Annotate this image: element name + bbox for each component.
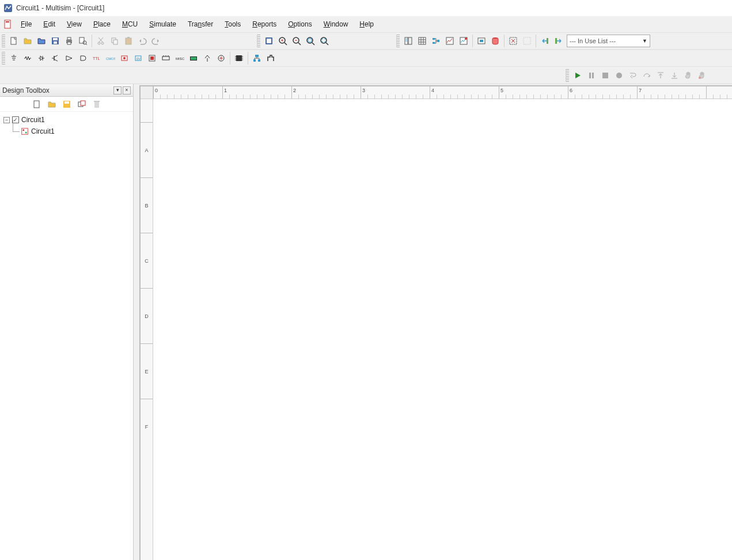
menu-file[interactable]: File bbox=[15, 18, 37, 31]
misc-digital-button[interactable]: CMOS bbox=[104, 51, 117, 65]
paste-button[interactable] bbox=[122, 34, 135, 48]
chevron-down-icon: ▼ bbox=[642, 38, 647, 44]
save-button[interactable] bbox=[48, 34, 62, 48]
power-button[interactable] bbox=[145, 51, 159, 65]
svg-text:MISC: MISC bbox=[176, 57, 184, 60]
new-page-button[interactable] bbox=[31, 98, 43, 111]
zoom-area-button[interactable] bbox=[262, 34, 276, 48]
mixed-button[interactable] bbox=[117, 51, 131, 65]
tree-root-row[interactable]: − ✓ Circuit1 bbox=[3, 114, 130, 126]
record-button[interactable] bbox=[612, 69, 626, 82]
open-file-button[interactable] bbox=[21, 34, 35, 48]
svg-rect-43 bbox=[433, 42, 435, 44]
step-into-button[interactable] bbox=[626, 69, 640, 82]
ruler-tick: 0 bbox=[155, 88, 158, 93]
grip[interactable] bbox=[257, 35, 260, 47]
component-wizard-button[interactable] bbox=[475, 34, 488, 48]
menu-mcu[interactable]: MCU bbox=[116, 18, 143, 31]
menu-window[interactable]: Window bbox=[318, 18, 354, 31]
analog-button[interactable] bbox=[62, 51, 76, 65]
indicator-button[interactable]: 0V bbox=[131, 51, 145, 65]
svg-line-22 bbox=[285, 43, 287, 45]
postprocessor-button[interactable] bbox=[457, 34, 471, 48]
cut-button[interactable] bbox=[94, 34, 108, 48]
database-button[interactable] bbox=[488, 34, 502, 48]
grapher-button[interactable] bbox=[443, 34, 457, 48]
delete-page-button[interactable] bbox=[90, 98, 103, 111]
print-preview-button[interactable] bbox=[76, 34, 90, 48]
svg-rect-30 bbox=[308, 39, 312, 42]
menu-simulate[interactable]: Simulate bbox=[143, 18, 182, 31]
tree-collapse-icon[interactable]: − bbox=[3, 117, 10, 123]
open-example-button[interactable] bbox=[35, 34, 48, 48]
misc-button[interactable] bbox=[159, 51, 173, 65]
tree-child-row[interactable]: Circuit1 bbox=[21, 126, 130, 137]
ruler-tick: 6 bbox=[570, 88, 572, 93]
panel-header: Design Toolbox ▾ × bbox=[0, 84, 133, 97]
title-bar: Circuit1 - Multisim - [Circuit1] bbox=[0, 0, 732, 16]
save-page-button[interactable] bbox=[60, 98, 73, 111]
step-over-button[interactable] bbox=[640, 69, 654, 82]
menu-place[interactable]: Place bbox=[88, 18, 116, 31]
netlist-button[interactable] bbox=[429, 34, 443, 48]
ruler-tick: F bbox=[145, 424, 149, 430]
menu-help[interactable]: Help bbox=[354, 18, 380, 31]
zoom-fit-button[interactable] bbox=[304, 34, 317, 48]
rename-page-button[interactable] bbox=[75, 98, 88, 111]
nist-button[interactable] bbox=[214, 51, 228, 65]
print-button[interactable] bbox=[62, 34, 76, 48]
rf-button[interactable] bbox=[187, 51, 200, 65]
cmos-button[interactable]: TTL bbox=[90, 51, 104, 65]
electrical-rules-button[interactable] bbox=[506, 34, 520, 48]
hand-button[interactable] bbox=[681, 69, 695, 82]
svg-rect-9 bbox=[67, 42, 71, 44]
zoom-out-button[interactable] bbox=[290, 34, 304, 48]
canvas-grid[interactable] bbox=[153, 99, 732, 560]
pan-button[interactable] bbox=[695, 69, 709, 82]
spreadsheet-button[interactable] bbox=[415, 34, 429, 48]
hierarchical-button[interactable] bbox=[250, 51, 264, 65]
panel-close-button[interactable]: × bbox=[123, 86, 131, 94]
mcu-component-button[interactable] bbox=[232, 51, 246, 65]
basic-button[interactable] bbox=[21, 51, 35, 65]
electromech-button[interactable] bbox=[200, 51, 214, 65]
step-back-button[interactable] bbox=[667, 69, 681, 82]
open-page-button[interactable] bbox=[45, 98, 58, 111]
transistor-button[interactable] bbox=[48, 51, 62, 65]
grip[interactable] bbox=[2, 35, 5, 47]
menu-transfer[interactable]: Transfer bbox=[182, 18, 219, 31]
advanced-button[interactable]: MISC bbox=[173, 51, 187, 65]
zoom-in-button[interactable] bbox=[276, 34, 290, 48]
run-button[interactable] bbox=[571, 69, 585, 82]
canvas-area: 0 1 2 3 4 5 6 7 A B C D E F bbox=[134, 84, 732, 560]
forward-annotate-button[interactable] bbox=[552, 34, 566, 48]
menu-edit[interactable]: Edit bbox=[37, 18, 61, 31]
grip[interactable] bbox=[396, 35, 400, 47]
ttl-button[interactable] bbox=[76, 51, 90, 65]
menu-view[interactable]: View bbox=[61, 18, 88, 31]
redo-button[interactable] bbox=[149, 34, 163, 48]
svg-rect-71 bbox=[150, 56, 154, 60]
panel-dropdown-button[interactable]: ▾ bbox=[113, 86, 122, 94]
grip[interactable] bbox=[566, 69, 569, 82]
menu-reports[interactable]: Reports bbox=[246, 18, 282, 31]
in-use-list-dropdown[interactable]: --- In Use List --- ▼ bbox=[567, 35, 650, 47]
copy-button[interactable] bbox=[108, 34, 122, 48]
back-annotate-button[interactable] bbox=[538, 34, 552, 48]
diode-button[interactable] bbox=[35, 51, 48, 65]
bus-button[interactable] bbox=[264, 51, 278, 65]
zoom-full-button[interactable] bbox=[317, 34, 331, 48]
svg-rect-8 bbox=[67, 37, 71, 40]
grip[interactable] bbox=[2, 52, 5, 65]
pause-button[interactable] bbox=[585, 69, 598, 82]
design-toolbox-button[interactable] bbox=[401, 34, 415, 48]
clear-erc-button[interactable] bbox=[520, 34, 534, 48]
new-file-button[interactable] bbox=[7, 34, 21, 48]
source-button[interactable] bbox=[7, 51, 21, 65]
svg-rect-107 bbox=[25, 132, 27, 134]
menu-tools[interactable]: Tools bbox=[219, 18, 246, 31]
menu-options[interactable]: Options bbox=[282, 18, 317, 31]
step-out-button[interactable] bbox=[654, 69, 667, 82]
stop-button[interactable] bbox=[598, 69, 612, 82]
undo-button[interactable] bbox=[135, 34, 149, 48]
